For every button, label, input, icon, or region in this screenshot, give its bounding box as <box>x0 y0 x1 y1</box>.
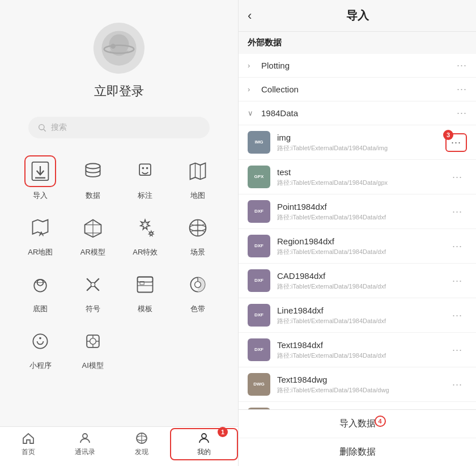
ar-model-icon <box>83 218 103 238</box>
svg-marker-15 <box>33 220 48 234</box>
file-more-cad1984dxf[interactable]: ··· <box>448 273 467 289</box>
delete-data-label: 删除数据 <box>339 447 376 456</box>
menu-label-import: 导入 <box>33 190 48 201</box>
file-row-cad1984dwg[interactable]: DWG CAD1984dwg 路径:iTablet/ExternalData/1… <box>239 402 476 409</box>
menu-item-annotation[interactable]: 标注 <box>122 155 169 201</box>
right-footer: 导入数据 4 删除数据 <box>239 409 476 466</box>
svg-rect-32 <box>138 277 153 282</box>
nav-mine-badge: 1 <box>218 427 228 437</box>
menu-item-ar-map[interactable]: AR地图 <box>17 212 64 257</box>
right-panel: ‹ 导入 外部数据 › Plotting ··· › Collection ··… <box>238 0 476 466</box>
scene-icon-wrap <box>182 212 214 244</box>
nav-mine[interactable]: 1 我的 <box>170 428 238 460</box>
menu-item-basemap[interactable]: 底图 <box>17 269 64 314</box>
file-row-text1984dwg[interactable]: DWG Text1984dwg 路径:iTablet/ExternalData/… <box>239 367 476 402</box>
scene-icon <box>188 218 208 238</box>
file-path-text1984dxf: 路径:iTablet/ExternalData/1984Data/dxf <box>277 351 448 360</box>
delete-data-button[interactable]: 删除数据 <box>239 438 476 466</box>
file-row-img[interactable]: IMG img 路径:iTablet/ExternalData/1984Data… <box>239 125 476 160</box>
page-title: 导入 <box>346 8 369 23</box>
back-button[interactable]: ‹ <box>248 9 252 23</box>
file-row-point1984dxf[interactable]: DXF Point1984dxf 路径:iTablet/ExternalData… <box>239 194 476 229</box>
login-text[interactable]: 立即登录 <box>94 83 144 100</box>
svg-point-41 <box>90 338 96 345</box>
menu-label-miniapp: 小程序 <box>29 361 52 371</box>
file-more-region1984dxf[interactable]: ··· <box>448 238 467 255</box>
menu-item-miniapp[interactable]: 小程序 <box>17 325 64 371</box>
colorband-icon-wrap <box>182 269 214 300</box>
folder-1984data[interactable]: ∨ 1984Data ··· <box>239 101 476 125</box>
nav-home[interactable]: 首页 <box>0 431 57 457</box>
file-path-test: 路径:iTablet/ExternalData/1984Data/gpx <box>277 179 448 187</box>
menu-item-data[interactable]: 数据 <box>70 155 117 201</box>
chevron-down-icon-1984data: ∨ <box>248 109 257 117</box>
file-icon-text1984dwg: DWG <box>248 373 270 396</box>
nav-discover[interactable]: 发现 <box>113 431 170 457</box>
file-name-text1984dxf: Text1984dxf <box>277 340 448 350</box>
menu-label-ar-map: AR地图 <box>28 247 53 257</box>
folder-plotting[interactable]: › Plotting ··· <box>239 54 476 78</box>
file-name-cad1984dwg: CAD1984dwg <box>277 409 448 410</box>
import-icon-wrap <box>24 155 56 187</box>
svg-point-9 <box>86 164 100 169</box>
file-info-text1984dxf: Text1984dxf 路径:iTablet/ExternalData/1984… <box>277 340 448 360</box>
file-info-test: test 路径:iTablet/ExternalData/1984Data/gp… <box>277 167 448 187</box>
avatar[interactable] <box>94 23 144 74</box>
menu-item-symbol[interactable]: 符号 <box>70 269 117 314</box>
section-external-data: 外部数据 <box>239 32 476 54</box>
menu-item-map[interactable]: 地图 <box>175 155 222 201</box>
svg-line-5 <box>44 129 46 132</box>
menu-item-ar-effect[interactable]: AR特效 <box>122 212 169 257</box>
file-more-test[interactable]: ··· <box>448 169 467 185</box>
menu-item-ar-model[interactable]: AR模型 <box>70 212 117 257</box>
menu-item-colorband[interactable]: 色带 <box>175 269 222 314</box>
folder-more-collection[interactable]: ··· <box>457 83 467 95</box>
file-info-line1984dxf: Line1984dxf 路径:iTablet/ExternalData/1984… <box>277 306 448 325</box>
nav-contacts[interactable]: 通讯录 <box>57 431 113 457</box>
annotation-icon-wrap <box>129 155 161 187</box>
svg-point-46 <box>83 434 87 438</box>
file-row-region1984dxf[interactable]: DXF Region1984dxf 路径:iTablet/ExternalDat… <box>239 229 476 264</box>
file-row-line1984dxf[interactable]: DXF Line1984dxf 路径:iTablet/ExternalData/… <box>239 298 476 333</box>
menu-item-scene[interactable]: 场景 <box>175 212 222 257</box>
right-header: ‹ 导入 <box>239 0 476 32</box>
file-more-point1984dxf[interactable]: ··· <box>448 204 467 220</box>
menu-item-ai-model[interactable]: AI模型 <box>70 325 117 371</box>
folder-more-plotting[interactable]: ··· <box>457 60 467 71</box>
ar-map-icon-wrap <box>24 212 56 244</box>
file-info-cad1984dxf: CAD1984dxf 路径:iTablet/ExternalData/1984D… <box>277 271 448 291</box>
left-panel: 立即登录 搜索 导入 <box>0 0 238 466</box>
file-more-line1984dxf[interactable]: ··· <box>448 307 467 324</box>
template-icon-wrap <box>129 269 161 300</box>
miniapp-icon <box>30 331 50 351</box>
svg-point-38 <box>33 334 48 348</box>
file-more-text1984dxf[interactable]: ··· <box>448 342 467 358</box>
menu-label-map: 地图 <box>190 190 205 201</box>
menu-item-template[interactable]: 模板 <box>122 269 169 314</box>
folder-collection[interactable]: › Collection ··· <box>239 78 476 101</box>
bottom-nav: 首页 通讯录 发现 1 我的 <box>0 426 238 466</box>
ai-model-icon-wrap <box>77 325 109 357</box>
home-icon <box>22 431 35 445</box>
file-name-text1984dwg: Text1984dwg <box>277 375 448 384</box>
file-row-text1984dxf[interactable]: DXF Text1984dxf 路径:iTablet/ExternalData/… <box>239 333 476 367</box>
file-path-cad1984dxf: 路径:iTablet/ExternalData/1984Data/dxf <box>277 282 448 291</box>
file-more-text1984dwg[interactable]: ··· <box>448 376 467 393</box>
folder-more-1984data[interactable]: ··· <box>457 107 467 119</box>
import-data-button[interactable]: 导入数据 4 <box>239 410 476 438</box>
file-row-cad1984dxf[interactable]: DXF CAD1984dxf 路径:iTablet/ExternalData/1… <box>239 264 476 298</box>
file-row-test[interactable]: GPX test 路径:iTablet/ExternalData/1984Dat… <box>239 160 476 194</box>
menu-label-annotation: 标注 <box>138 190 152 201</box>
basemap-icon-wrap <box>24 269 56 300</box>
annotation-icon <box>135 161 155 181</box>
svg-point-39 <box>39 337 41 340</box>
search-bar[interactable]: 搜索 <box>28 117 210 138</box>
search-placeholder: 搜索 <box>51 122 67 133</box>
menu-label-ai-model: AI模型 <box>82 361 104 371</box>
folder-name-plotting: Plotting <box>261 61 457 70</box>
ar-model-icon-wrap <box>77 212 109 244</box>
basemap-icon <box>30 274 50 295</box>
menu-item-import[interactable]: 导入 <box>17 155 64 201</box>
template-icon <box>135 274 155 295</box>
file-name-cad1984dxf: CAD1984dxf <box>277 271 448 281</box>
